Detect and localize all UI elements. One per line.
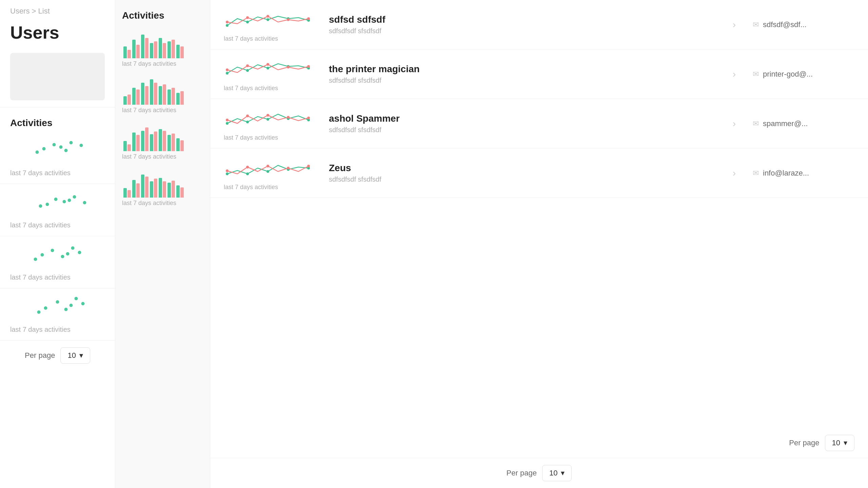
- svg-point-13: [83, 201, 86, 204]
- chevron-right-icon-2[interactable]: ›: [733, 69, 736, 80]
- svg-point-47: [307, 65, 310, 68]
- svg-point-25: [37, 310, 41, 314]
- user-subtitle-3: sdfsdfsdf sfsdfsdf: [329, 126, 709, 134]
- middle-bar-label-2: last 7 days activities: [122, 107, 203, 114]
- svg-point-7: [46, 203, 49, 206]
- user-subtitle-1: sdfsdfsdf sfsdfsdf: [329, 27, 709, 35]
- user-subtitle-2: sdfsdfsdf sfsdfsdf: [329, 77, 709, 84]
- right-per-page-value: 10: [832, 439, 840, 447]
- user-email-area-1: ✉ sdfsdf@sdf...: [753, 20, 854, 29]
- user-email-area-4: ✉ info@laraze...: [753, 169, 854, 178]
- user-email-3: spammer@...: [763, 119, 808, 128]
- svg-point-40: [267, 67, 269, 69]
- svg-point-43: [226, 68, 229, 71]
- bottom-pagination-row: Per page 10 ▾: [210, 458, 868, 488]
- scatter-chart-2: [10, 187, 105, 218]
- bar-chart-container-4: [122, 167, 203, 198]
- user-name-2: the printer magician: [329, 64, 709, 75]
- svg-point-6: [64, 149, 68, 152]
- svg-point-3: [70, 141, 73, 144]
- right-per-page-select[interactable]: 10 ▾: [825, 435, 854, 451]
- svg-point-45: [267, 63, 269, 66]
- users-list: last 7 days activities sdfsd sdfsdf sdfs…: [210, 0, 868, 428]
- user-row-3: last 7 days activities ashol Spammer sdf…: [210, 99, 868, 148]
- svg-point-15: [51, 249, 54, 252]
- left-activity-label-2: last 7 days activities: [10, 221, 105, 229]
- user-line-chart-3: last 7 days activities: [224, 106, 312, 141]
- right-per-page-label: Per page: [789, 439, 819, 447]
- left-per-page-select[interactable]: 10 ▾: [60, 347, 90, 364]
- svg-point-44: [246, 64, 249, 67]
- email-icon-2: ✉: [753, 70, 759, 79]
- svg-point-53: [226, 119, 229, 121]
- chevron-right-icon-1[interactable]: ›: [733, 19, 736, 30]
- svg-point-11: [39, 204, 42, 208]
- svg-point-17: [71, 246, 75, 250]
- chevron-right-icon-4[interactable]: ›: [733, 168, 736, 179]
- chevron-right-icon-3[interactable]: ›: [733, 118, 736, 129]
- left-per-page-label: Per page: [25, 351, 55, 360]
- middle-bar-label-1: last 7 days activities: [122, 60, 203, 67]
- svg-point-14: [41, 253, 44, 257]
- svg-point-4: [80, 144, 83, 147]
- user-row-2: last 7 days activities the printer magic…: [210, 49, 868, 99]
- svg-point-57: [307, 117, 310, 119]
- svg-point-58: [226, 172, 229, 175]
- left-activity-label-4: last 7 days activities: [10, 326, 105, 333]
- svg-point-36: [287, 18, 290, 21]
- svg-point-35: [267, 15, 269, 18]
- svg-point-39: [246, 69, 249, 72]
- left-activity-label-1: last 7 days activities: [10, 169, 105, 177]
- svg-point-0: [42, 147, 46, 150]
- scatter-chart-3: [10, 240, 105, 270]
- svg-point-34: [246, 16, 249, 19]
- bottom-per-page-value: 10: [549, 469, 557, 477]
- svg-point-9: [63, 200, 66, 203]
- svg-point-10: [73, 195, 76, 199]
- user-line-chart-2: last 7 days activities: [224, 56, 312, 92]
- svg-point-18: [78, 251, 81, 254]
- user-email-1: sdfsdf@sdf...: [763, 20, 807, 29]
- svg-point-60: [267, 170, 269, 173]
- svg-point-28: [226, 24, 229, 27]
- svg-point-19: [34, 258, 37, 261]
- svg-point-38: [226, 72, 229, 75]
- user-row-4: last 7 days activities Zeus sdfsdfsdf sf…: [210, 148, 868, 198]
- svg-point-50: [267, 118, 269, 121]
- middle-bar-chart-3: last 7 days activities: [122, 121, 203, 160]
- user-row-1: last 7 days activities sdfsd sdfsdf sdfs…: [210, 0, 868, 49]
- left-activity-item-3: last 7 days activities: [0, 236, 115, 288]
- user-info-3: ashol Spammer sdfsdfsdf sfsdfsdf: [322, 113, 716, 134]
- left-panel: Users > List Users Activities last 7 day…: [0, 0, 115, 488]
- user-info-2: the printer magician sdfsdfsdf sfsdfsdf: [322, 64, 716, 84]
- bar-chart-container-2: [122, 74, 203, 105]
- svg-point-12: [68, 199, 71, 202]
- user-name-3: ashol Spammer: [329, 113, 709, 124]
- left-activity-item-2: last 7 days activities: [0, 184, 115, 236]
- svg-point-37: [307, 17, 310, 20]
- svg-point-20: [66, 252, 70, 256]
- user-email-area-3: ✉ spammer@...: [753, 119, 854, 128]
- user-name-1: sdfsd sdfsdf: [329, 14, 709, 25]
- left-activity-item-4: last 7 days activities: [0, 288, 115, 341]
- middle-bar-label-4: last 7 days activities: [122, 200, 203, 207]
- right-panel: last 7 days activities sdfsd sdfsdf sdfs…: [210, 0, 868, 488]
- svg-point-21: [44, 306, 47, 310]
- user-email-2: printer-god@...: [763, 70, 813, 79]
- scatter-chart-1: [10, 135, 105, 166]
- svg-point-26: [70, 304, 73, 307]
- svg-point-56: [287, 116, 290, 119]
- avatar-placeholder: [10, 53, 105, 100]
- middle-activities-header: Activities: [122, 10, 203, 21]
- user-line-chart-1: last 7 days activities: [224, 7, 312, 42]
- svg-point-24: [75, 297, 78, 300]
- svg-point-8: [54, 198, 58, 201]
- middle-bar-label-3: last 7 days activities: [122, 153, 203, 160]
- bottom-per-page-select[interactable]: 10 ▾: [542, 465, 572, 481]
- user-line-chart-4: last 7 days activities: [224, 155, 312, 191]
- left-activity-item-1: last 7 days activities: [0, 132, 115, 184]
- svg-point-63: [226, 169, 229, 172]
- right-per-page-row: Per page 10 ▾: [210, 428, 868, 458]
- svg-point-67: [307, 165, 310, 167]
- svg-point-33: [226, 21, 229, 23]
